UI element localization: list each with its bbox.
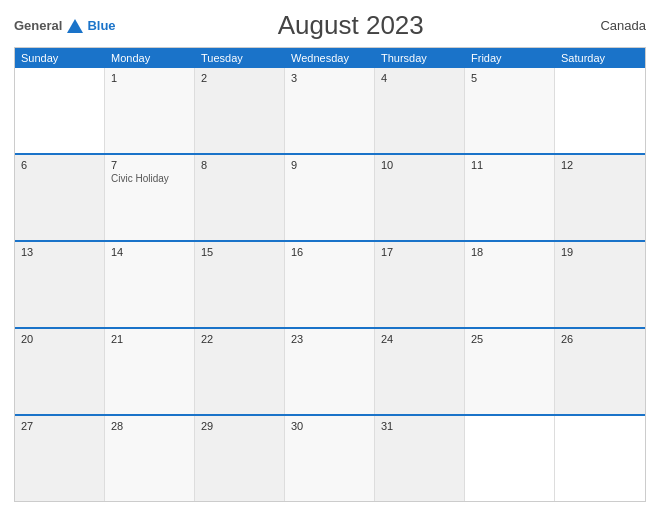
- day-cell-w5-wed: 30: [285, 416, 375, 501]
- header-friday: Friday: [465, 48, 555, 68]
- day-cell-w1-wed: 3: [285, 68, 375, 153]
- logo-general-text: General: [14, 18, 62, 33]
- header-thursday: Thursday: [375, 48, 465, 68]
- week-row-2: 6 7 Civic Holiday 8 9 10 11 12: [15, 153, 645, 240]
- day-cell-w3-thu: 17: [375, 242, 465, 327]
- day-cell-w3-fri: 18: [465, 242, 555, 327]
- day-cell-w2-wed: 9: [285, 155, 375, 240]
- week-row-4: 20 21 22 23 24 25 26: [15, 327, 645, 414]
- logo-blue-text: Blue: [87, 18, 115, 33]
- calendar-country: Canada: [586, 18, 646, 33]
- day-cell-w1-mon: 1: [105, 68, 195, 153]
- day-cell-w5-tue: 29: [195, 416, 285, 501]
- day-cell-w2-fri: 11: [465, 155, 555, 240]
- day-cell-w1-sat: [555, 68, 645, 153]
- logo-triangle-icon: [67, 19, 83, 33]
- day-cell-w4-tue: 22: [195, 329, 285, 414]
- calendar-grid: Sunday Monday Tuesday Wednesday Thursday…: [14, 47, 646, 502]
- day-cell-w5-sat: [555, 416, 645, 501]
- day-cell-w4-thu: 24: [375, 329, 465, 414]
- day-cell-w3-wed: 16: [285, 242, 375, 327]
- day-cell-w1-thu: 4: [375, 68, 465, 153]
- day-cell-w1-sun: [15, 68, 105, 153]
- day-cell-w4-fri: 25: [465, 329, 555, 414]
- day-cell-w5-fri: [465, 416, 555, 501]
- day-cell-w2-tue: 8: [195, 155, 285, 240]
- day-cell-w3-sat: 19: [555, 242, 645, 327]
- day-cell-w1-fri: 5: [465, 68, 555, 153]
- week-row-3: 13 14 15 16 17 18 19: [15, 240, 645, 327]
- day-cell-w5-mon: 28: [105, 416, 195, 501]
- day-cell-w2-sat: 12: [555, 155, 645, 240]
- header-tuesday: Tuesday: [195, 48, 285, 68]
- day-headers-row: Sunday Monday Tuesday Wednesday Thursday…: [15, 48, 645, 68]
- day-cell-w4-sun: 20: [15, 329, 105, 414]
- day-cell-w2-thu: 10: [375, 155, 465, 240]
- day-cell-w4-wed: 23: [285, 329, 375, 414]
- day-cell-w3-mon: 14: [105, 242, 195, 327]
- day-cell-w3-sun: 13: [15, 242, 105, 327]
- weeks-container: 1 2 3 4 5 6 7 Civic Holiday 8 9 10 11 12: [15, 68, 645, 501]
- day-cell-w3-tue: 15: [195, 242, 285, 327]
- week-row-1: 1 2 3 4 5: [15, 68, 645, 153]
- day-cell-w1-tue: 2: [195, 68, 285, 153]
- day-cell-w5-sun: 27: [15, 416, 105, 501]
- day-cell-w4-mon: 21: [105, 329, 195, 414]
- day-cell-w5-thu: 31: [375, 416, 465, 501]
- logo: General Blue: [14, 18, 116, 33]
- week-row-5: 27 28 29 30 31: [15, 414, 645, 501]
- page: General Blue August 2023 Canada Sunday M…: [0, 0, 660, 510]
- header-sunday: Sunday: [15, 48, 105, 68]
- calendar-title: August 2023: [116, 10, 586, 41]
- day-cell-w4-sat: 26: [555, 329, 645, 414]
- header-saturday: Saturday: [555, 48, 645, 68]
- calendar-header: General Blue August 2023 Canada: [14, 10, 646, 41]
- civic-holiday-event: Civic Holiday: [111, 173, 188, 184]
- day-cell-w2-mon: 7 Civic Holiday: [105, 155, 195, 240]
- day-cell-w2-sun: 6: [15, 155, 105, 240]
- header-wednesday: Wednesday: [285, 48, 375, 68]
- header-monday: Monday: [105, 48, 195, 68]
